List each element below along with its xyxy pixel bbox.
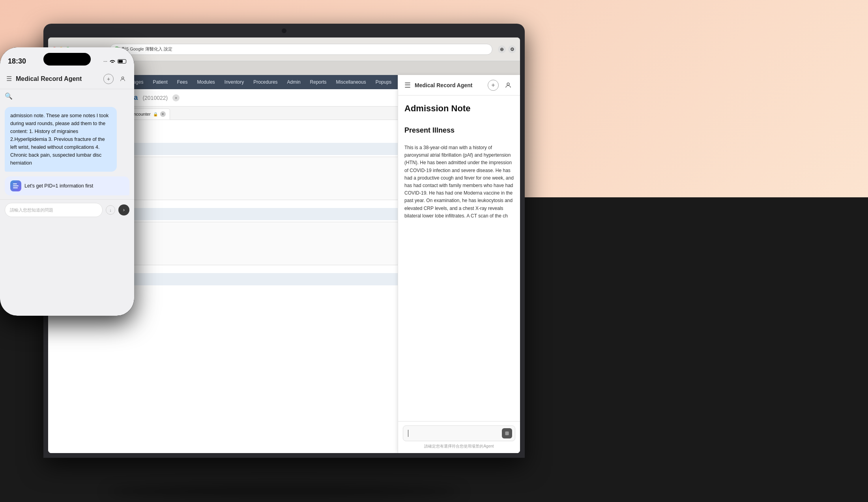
close-patient-btn[interactable]: × — [172, 94, 180, 101]
admission-note-content: Admission Note Present Illness This is a… — [398, 96, 520, 453]
side-panel-input-container[interactable] — [403, 425, 515, 441]
phone-dynamic-island — [43, 53, 91, 66]
laptop-shadow — [107, 485, 462, 497]
agent-message-text: Let's get PID=1 information first — [24, 183, 93, 189]
phone-scroll-down-btn[interactable]: ↓ — [106, 205, 115, 215]
present-illness-text: This is a 38-year-old man with a history… — [404, 144, 514, 220]
tab-encounter-close[interactable]: × — [160, 111, 166, 117]
phone-signal-dots: ··· — [103, 58, 107, 64]
spacer2 — [404, 139, 514, 144]
side-panel-input-area: 請確定您有選擇符合您使用場景的Agent — [398, 421, 520, 453]
agent-logo-line-3 — [13, 187, 18, 188]
chat-agent-message: Let's get PID=1 information first — [5, 176, 129, 195]
present-illness-title: Present Illness — [404, 126, 514, 135]
side-panel-add-btn[interactable]: + — [488, 80, 499, 91]
phone-screen: 18:30 ··· ☰ Medical Record Agent + — [0, 47, 134, 316]
menu-item-miscellaneous[interactable]: Miscellaneous — [335, 79, 368, 86]
phone-chat: admission note. These are some notes I t… — [0, 103, 134, 199]
browser-settings[interactable]: ⚙ — [508, 45, 516, 53]
menu-item-inventory[interactable]: Inventory — [223, 79, 245, 86]
phone-user-btn[interactable] — [118, 74, 128, 84]
wifi-icon — [110, 59, 115, 63]
phone-app-title: Medical Record Agent — [16, 75, 99, 82]
menu-item-modules[interactable]: Modules — [195, 79, 216, 86]
menu-item-procedures[interactable]: Procedures — [252, 79, 279, 86]
side-panel: ☰ Medical Record Agent + — [398, 75, 520, 453]
agent-logo — [10, 180, 21, 191]
agent-logo-line-2 — [13, 185, 19, 186]
side-panel-footer-text: 請確定您有選擇符合您使用場景的Agent — [403, 444, 515, 449]
spacer — [404, 120, 514, 126]
side-panel-title: Medical Record Agent — [415, 82, 484, 88]
phone-menu-icon[interactable]: ☰ — [6, 75, 12, 82]
phone-status-icons: ··· — [103, 58, 126, 64]
menu-item-reports[interactable]: Reports — [309, 79, 328, 86]
menu-item-fees[interactable]: Fees — [176, 79, 189, 86]
phone-add-btn[interactable]: + — [103, 74, 114, 84]
laptop-camera — [282, 28, 286, 33]
side-panel-input-box — [403, 425, 515, 441]
phone-container: 18:30 ··· ☰ Medical Record Agent + — [0, 47, 134, 316]
menu-item-popups[interactable]: Popups — [374, 79, 393, 86]
side-panel-menu-icon[interactable]: ☰ — [404, 81, 411, 90]
phone-input-placeholder: 請輸入您想知道的問題 — [10, 207, 53, 213]
address-bar[interactable]: 對5 Google 薄醫化入 說定 — [110, 44, 492, 55]
menu-item-admin[interactable]: Admin — [286, 79, 302, 86]
side-panel-header: ☰ Medical Record Agent + — [398, 75, 520, 96]
patient-id: (2010022) — [142, 95, 168, 101]
svg-point-0 — [507, 83, 509, 85]
phone-input-row: 請輸入您想知道的問題 ↓ › — [5, 203, 129, 217]
svg-point-2 — [122, 77, 123, 79]
svg-rect-1 — [505, 431, 509, 435]
phone-input-field[interactable]: 請輸入您想知道的問題 — [5, 203, 103, 217]
phone-search-bar: 🔍 — [0, 89, 134, 103]
phone-input-area: 請輸入您想知道的問題 ↓ › — [0, 199, 134, 222]
menu-item-patient[interactable]: Patient — [151, 79, 169, 86]
phone-body: 18:30 ··· ☰ Medical Record Agent + — [0, 47, 134, 316]
agent-logo-line-1 — [13, 184, 17, 184]
battery-icon — [118, 59, 126, 64]
phone-app-header: ☰ Medical Record Agent + — [0, 69, 134, 89]
side-panel-text-input[interactable] — [403, 426, 515, 441]
chat-message-text: admission note. These are some notes I t… — [10, 113, 108, 166]
phone-time: 18:30 — [8, 57, 26, 66]
agent-logo-lines — [13, 184, 19, 188]
tab-encounter-lock-icon: 🔒 — [153, 112, 158, 116]
phone-send-btn[interactable]: › — [118, 204, 129, 215]
browser-extensions[interactable]: ⊕ — [498, 45, 506, 53]
admission-note-title: Admission Note — [404, 103, 514, 114]
phone-search-icon[interactable]: 🔍 — [5, 92, 13, 100]
side-panel-send-btn[interactable] — [502, 428, 512, 438]
chat-message-bubble: admission note. These are some notes I t… — [5, 107, 117, 172]
side-panel-user-btn[interactable] — [503, 80, 514, 91]
